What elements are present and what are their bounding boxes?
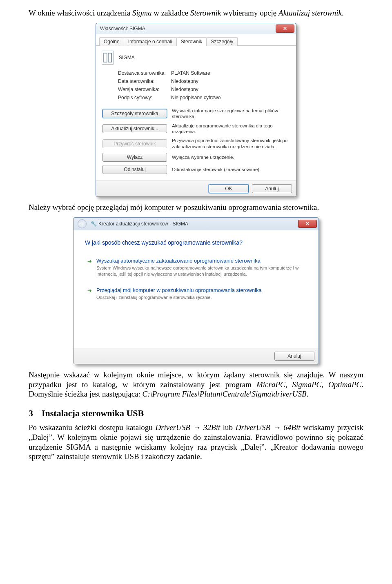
wizard-icon: 🔧 — [91, 221, 97, 227]
titlebar: Właściwości: SIGMA ✕ — [96, 23, 296, 34]
text: . — [342, 9, 344, 17]
text-italic: DriverUSB → 32Bit — [155, 423, 220, 432]
paragraph-2: Należy wybrać opcję przeglądaj mój kompu… — [29, 203, 363, 212]
option-subtitle: Odszukaj i zainstaluj oprogramowanie ste… — [96, 294, 303, 300]
button-desc: Przywraca poprzednio zainstalowany stero… — [172, 138, 290, 149]
text: lub — [220, 423, 235, 432]
svg-rect-0 — [104, 53, 107, 62]
dialog-title: Kreator aktualizacji sterowników - SIGMA — [98, 221, 188, 227]
heading-text: Instalacja sterownika USB — [42, 408, 144, 418]
text: , — [285, 380, 292, 389]
wizard-dialog: 🔧 Kreator aktualizacji sterowników - SIG… — [73, 217, 319, 364]
button-desc: Wyświetla informacje szczegółowe na tema… — [172, 108, 290, 120]
text-italic: C:\Program Files\Platan\Centrale\Sigma\d… — [143, 390, 307, 398]
text: w zakładce — [151, 9, 190, 17]
button-desc: Aktualizuje oprogramowanie sterownika dl… — [172, 123, 290, 135]
info-key: Wersja sterownika: — [118, 87, 171, 92]
close-button[interactable]: ✕ — [276, 25, 294, 33]
text-italic: Aktualizuj sterownik — [278, 9, 342, 17]
close-button[interactable]: ✕ — [298, 220, 317, 228]
tab-general[interactable]: Ogólne — [99, 37, 124, 46]
svg-rect-1 — [108, 53, 111, 62]
ok-button[interactable]: OK — [209, 184, 249, 193]
text-italic: Sigma — [132, 9, 152, 17]
cancel-button[interactable]: Anuluj — [274, 352, 314, 361]
paragraph-3: Następnie wskazać w kolejnym oknie miejs… — [29, 370, 363, 399]
option-title: Przeglądaj mój komputer w poszukiwaniu o… — [96, 287, 303, 294]
driver-info-grid: Dostawca sterownika:PLATAN Software Data… — [118, 70, 290, 100]
titlebar: 🔧 Kreator aktualizacji sterowników - SIG… — [74, 218, 318, 230]
dialog-footer: OK Anuluj — [96, 181, 296, 196]
text: wybieramy opcję — [221, 9, 278, 17]
dialog-body: SIGMA Dostawca sterownika:PLATAN Softwar… — [96, 46, 296, 181]
heading-number: 3 — [29, 408, 42, 419]
button-desc: Odinstalowuje sterownik (zaawansowane). — [172, 167, 290, 172]
text-italic: MicraPC — [256, 380, 285, 389]
info-value: Niedostępny — [171, 78, 290, 84]
disable-button[interactable]: Wyłącz — [102, 153, 167, 162]
close-icon: ✕ — [283, 26, 287, 31]
rollback-driver-button[interactable]: Przywróć sterownik — [102, 139, 167, 148]
paragraph-4: Po wskazaniu ścieżki dostępu katalogu Dr… — [29, 423, 363, 461]
uninstall-button[interactable]: Odinstaluj — [102, 165, 167, 174]
properties-dialog: Właściwości: SIGMA ✕ Ogólne Informacje o… — [96, 23, 296, 197]
text-italic: SigmaPC, OptimaPC — [292, 380, 361, 389]
cancel-button[interactable]: Anuluj — [252, 184, 292, 193]
wizard-question: W jaki sposób chcesz wyszukać oprogramow… — [85, 239, 307, 246]
close-icon: ✕ — [305, 221, 310, 227]
update-driver-button[interactable]: Aktualizuj sterownik... — [102, 124, 167, 133]
option-auto-search[interactable]: ➔ Wyszukaj automatycznie zaktualizowane … — [85, 254, 307, 281]
info-key: Podpis cyfrowy: — [118, 95, 171, 100]
tab-info[interactable]: Informacje o centrali — [124, 37, 177, 46]
wizard-body: W jaki sposób chcesz wyszukać oprogramow… — [74, 230, 318, 348]
text-italic: DriverUSB → 64Bit — [236, 423, 301, 432]
arrow-icon: ➔ — [87, 288, 92, 294]
device-icon — [102, 51, 114, 65]
tab-details[interactable]: Szczegóły — [206, 37, 238, 46]
section-heading: 3Instalacja sterownika USB — [29, 408, 363, 419]
text: Po wskazaniu ścieżki dostępu katalogu — [29, 423, 155, 432]
button-desc: Wyłącza wybrane urządzenie. — [172, 154, 290, 160]
info-value: PLATAN Software — [171, 70, 290, 76]
wizard-footer: Anuluj — [74, 348, 318, 364]
driver-details-button[interactable]: Szczegóły sterownika — [102, 109, 167, 118]
device-name: SIGMA — [119, 55, 135, 60]
text: W oknie właściwości urządzenia — [29, 9, 132, 17]
info-key: Dostawca sterownika: — [118, 70, 171, 76]
dialog-title: Właściwości: SIGMA — [100, 26, 145, 31]
text-italic: Sterownik — [190, 9, 221, 17]
tab-strip: Ogólne Informacje o centrali Sterownik S… — [96, 34, 296, 46]
arrow-icon: ➔ — [87, 258, 92, 264]
info-value: Niedostępny — [171, 87, 290, 92]
info-value: Nie podpisane cyfrowo — [171, 95, 290, 100]
text: . — [307, 390, 309, 398]
paragraph-1: W oknie właściwości urządzenia Sigma w z… — [29, 8, 363, 18]
option-title: Wyszukaj automatycznie zaktualizowane op… — [96, 257, 303, 265]
back-button[interactable] — [78, 219, 87, 228]
option-subtitle: System Windows wyszuka najnowsze oprogra… — [96, 265, 303, 277]
option-browse-computer[interactable]: ➔ Przeglądaj mój komputer w poszukiwaniu… — [85, 283, 307, 305]
info-key: Data sterownika: — [118, 78, 171, 84]
tab-driver[interactable]: Sterownik — [176, 37, 207, 46]
